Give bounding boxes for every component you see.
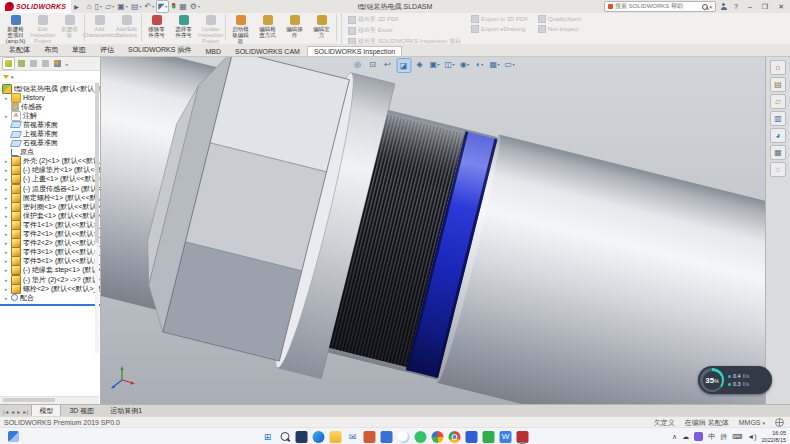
youdao-dict-taskbar-button[interactable] — [465, 429, 479, 444]
select-button[interactable]: ◤▾ — [156, 0, 169, 13]
section-view-button[interactable]: ◪ — [396, 58, 411, 73]
app-green-circle-taskbar-button[interactable] — [414, 429, 428, 444]
task-view-taskbar-button[interactable] — [295, 429, 309, 444]
print-button[interactable]: ▤▾ — [130, 1, 143, 12]
commandmanager-tab[interactable]: SOLIDWORKS 插件 — [121, 43, 198, 56]
previous-view-button[interactable]: ↩ — [381, 58, 394, 71]
edge-taskbar-button[interactable] — [312, 429, 326, 444]
tab-scroll-button[interactable]: ◄ — [10, 408, 15, 416]
tree-filter-row[interactable]: ▾ — [0, 71, 100, 83]
solidworks-forum-tab[interactable]: ◌ — [770, 162, 786, 177]
onedrive-icon[interactable]: ☁ — [682, 432, 689, 442]
save-button[interactable]: ▣▾ — [116, 1, 129, 12]
featuremanager-tree-tab[interactable] — [2, 57, 15, 70]
units-selector[interactable]: MMGS ▾ — [739, 419, 765, 426]
dropdown-arrow-icon[interactable]: ▾ — [513, 62, 515, 67]
restore-button[interactable]: ❐ — [759, 0, 771, 13]
wps-taskbar-button[interactable]: W — [499, 429, 513, 444]
propertymanager-tab[interactable] — [16, 58, 27, 69]
search-box[interactable]: 搜索 SOLIDWORKS 帮助 ▾ — [604, 1, 716, 12]
tree-item[interactable]: 右视基准面 — [0, 139, 100, 148]
dropdown-arrow-icon[interactable]: ▾ — [438, 62, 440, 67]
start-taskbar-button[interactable]: ⊞ — [261, 429, 275, 444]
tree-item[interactable]: ▸History — [0, 93, 100, 102]
tab-scroll-button[interactable]: ►| — [22, 408, 28, 416]
dropdown-arrow-icon[interactable]: ▾ — [152, 4, 154, 9]
search-icon[interactable] — [702, 4, 708, 10]
file-explorer-tab[interactable]: ▱ — [770, 94, 786, 109]
ribbon-new-inspection-project-button[interactable]: 新建检查项目(amp;N) — [2, 13, 29, 44]
dropdown-arrow-icon[interactable]: ▾ — [467, 62, 469, 67]
custom-properties-tab[interactable]: ▦ — [770, 145, 786, 160]
dropdown-arrow-icon[interactable]: ▾ — [453, 62, 455, 67]
tree-horizontal-scrollbar[interactable] — [0, 396, 99, 404]
mail-taskbar-button[interactable]: ✉ — [346, 429, 360, 444]
hide-show-items-button[interactable]: ◉▾ — [458, 58, 471, 71]
file-properties-button[interactable]: ▦ — [178, 1, 188, 12]
undo-button[interactable]: ↶▾ — [143, 1, 155, 12]
performance-gauge-overlay[interactable]: 35 % 0.4K/s0.3K/s — [698, 366, 772, 394]
tree-vertical-scrollbar[interactable] — [95, 83, 99, 353]
units-dropdown-icon[interactable]: ▾ — [762, 420, 765, 426]
rebuild-button[interactable]: ● — [170, 1, 177, 12]
commandmanager-tab[interactable]: 评估 — [93, 43, 121, 56]
login-icon[interactable] — [720, 3, 727, 10]
volume-icon[interactable]: ◄) — [747, 432, 756, 442]
display-style-button[interactable]: ◫▾ — [443, 58, 456, 71]
new-document-button[interactable]: ▯▾ — [94, 1, 103, 12]
ribbon-edit-macro-button[interactable]: 编辑宏方 — [308, 13, 335, 38]
app-blue-taskbar-button[interactable] — [380, 429, 394, 444]
tree-item[interactable]: ▸螺栓<2> (默认<<默认>_显示状态 — [0, 284, 100, 293]
edit-appearance-button[interactable]: ◐▾ — [473, 58, 486, 71]
home-button[interactable]: ⌂ — [86, 1, 93, 12]
search-dropdown-icon[interactable]: ▾ — [710, 4, 713, 10]
ribbon-remove-balloons-button[interactable]: 移除零件序号 — [143, 13, 170, 38]
solidworks-taskbar-button[interactable] — [516, 429, 530, 444]
360-browser-taskbar-button[interactable] — [431, 429, 445, 444]
ribbon-select-balloons-button[interactable]: 选择零件序号 — [170, 13, 197, 38]
help-button[interactable]: ? — [731, 0, 741, 13]
appearances-scenes-tab[interactable]: ◕ — [770, 128, 786, 143]
tree-item[interactable]: 传感器 — [0, 102, 100, 111]
view-palette-tab[interactable]: ▥ — [770, 111, 786, 126]
ribbon-launch-template-editor-button[interactable]: 启动模板编辑器 — [227, 13, 254, 44]
filter-dropdown-icon[interactable]: ▾ — [11, 74, 14, 80]
qq-browser-taskbar-button[interactable] — [397, 429, 411, 444]
commandmanager-tab[interactable]: 装配体 — [2, 43, 37, 56]
panel-splitter[interactable] — [0, 304, 100, 306]
hidden-icons-chevron-icon[interactable]: ∧ — [672, 432, 677, 442]
commandmanager-tab[interactable]: SOLIDWORKS Inspection — [307, 46, 402, 56]
dropdown-arrow-icon[interactable]: ▾ — [481, 62, 483, 67]
dropdown-arrow-icon[interactable]: ▾ — [112, 4, 114, 9]
solidworks-resources-tab[interactable]: ⌂ — [770, 60, 786, 75]
ribbon-edit-inspection-methods-button[interactable]: 编辑检查方式 — [254, 13, 281, 38]
zoom-to-fit-button[interactable]: ◎ — [351, 58, 364, 71]
configurationmanager-tab[interactable] — [28, 58, 39, 69]
assembly-3d-model[interactable] — [101, 57, 766, 404]
web-help-icon[interactable] — [775, 418, 784, 427]
ime-language-icon[interactable]: 中 — [708, 432, 715, 442]
view-orientation-button[interactable]: ▣▾ — [428, 58, 441, 71]
dropdown-arrow-icon[interactable]: ▾ — [100, 4, 102, 9]
dropdown-arrow-icon[interactable]: ▾ — [126, 4, 128, 9]
dropdown-arrow-icon[interactable]: ▾ — [498, 62, 500, 67]
graphics-viewport[interactable]: ◎⊡↩◪◈▣▾◫▾◉▾◐▾▦▾▭▾ — [101, 57, 766, 404]
close-button[interactable]: ✕ — [775, 0, 787, 13]
menu-flyout-arrow-icon[interactable]: ▶ — [71, 3, 82, 10]
ribbon-edit-operations-button[interactable]: 编辑操作 — [281, 13, 308, 38]
ime-mode-icon[interactable]: 拼 — [720, 432, 727, 442]
tree-item[interactable]: ▸配合 — [0, 293, 100, 302]
dropdown-arrow-icon[interactable]: ▾ — [198, 4, 200, 9]
dropdown-arrow-icon[interactable]: ▾ — [139, 4, 141, 9]
minimize-button[interactable]: – — [745, 0, 755, 13]
chrome-taskbar-button[interactable] — [448, 429, 462, 444]
view-settings-button[interactable]: ▭▾ — [503, 58, 516, 71]
dropdown-arrow-icon[interactable]: ▾ — [165, 4, 167, 9]
commandmanager-tab[interactable]: 布局 — [37, 43, 65, 56]
search-taskbar-button[interactable] — [278, 429, 292, 444]
commandmanager-tab[interactable]: MBD — [198, 46, 228, 56]
store-taskbar-button[interactable] — [363, 429, 377, 444]
dimxpertmanager-tab[interactable] — [40, 58, 51, 69]
tab-scroll-button[interactable]: ► — [16, 408, 21, 416]
design-library-tab[interactable]: ▤ — [770, 77, 786, 92]
